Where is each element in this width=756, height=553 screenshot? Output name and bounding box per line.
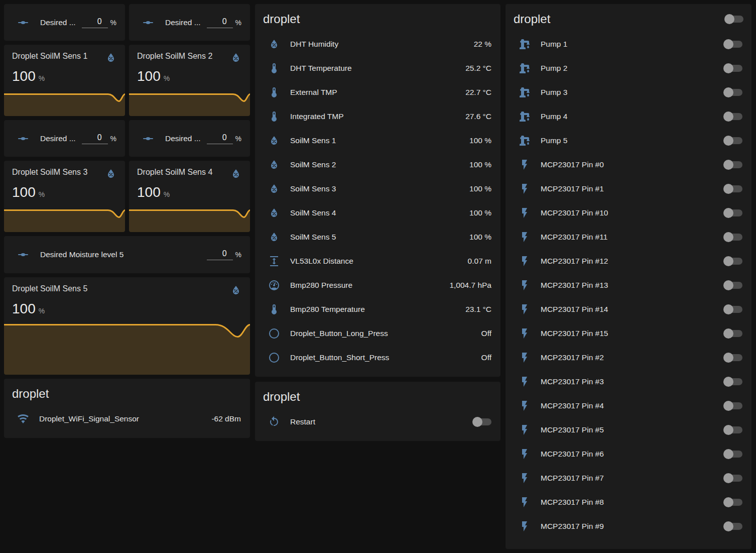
toggle-switch[interactable] — [724, 137, 742, 144]
entity-row[interactable]: Droplet_Button_Long_Press Off — [255, 321, 500, 346]
entity-row[interactable]: SoilM Sens 4 100 % — [255, 201, 500, 225]
toggle-switch[interactable] — [724, 475, 742, 482]
radiobox-blank-icon — [268, 327, 280, 340]
entity-row[interactable]: Bmp280 Pressure 1,004.7 hPa — [255, 273, 500, 297]
input-label: Desired ... — [165, 18, 201, 27]
toggle-switch[interactable] — [724, 402, 742, 409]
switch-row[interactable]: MCP23017 Pin #12 — [506, 249, 751, 273]
entity-row[interactable]: DHT Temperature 25.2 °C — [255, 56, 500, 80]
switch-row[interactable]: Pump 4 — [506, 104, 751, 129]
water-percent-icon — [268, 207, 280, 219]
switch-row[interactable]: MCP23017 Pin #1 — [506, 177, 751, 201]
switch-row[interactable]: MCP23017 Pin #9 — [506, 514, 751, 538]
entity-row[interactable]: SoilM Sens 5 100 % — [255, 225, 500, 249]
switch-row[interactable]: MCP23017 Pin #8 — [506, 490, 751, 514]
switch-row[interactable]: MCP23017 Pin #5 — [506, 418, 751, 442]
entity-name: Restart — [290, 417, 315, 426]
group-toggle-switch[interactable] — [725, 16, 743, 23]
entity-row[interactable]: Integrated TMP 27.6 °C — [255, 104, 500, 129]
switch-row[interactable]: MCP23017 Pin #6 — [506, 442, 751, 466]
sensor-unit: % — [164, 74, 170, 82]
number-input[interactable]: 0 — [207, 17, 233, 28]
entity-name: SoilM Sens 2 — [290, 160, 336, 169]
toggle-switch[interactable] — [724, 234, 742, 241]
toggle-switch[interactable] — [724, 354, 742, 361]
ha-dashboard: Desired ... 0 % Desired ... 0 % Droplet … — [4, 4, 751, 549]
toggle-switch[interactable] — [724, 282, 742, 289]
entity-row[interactable]: VL53L0x Distance 0.07 m — [255, 249, 500, 273]
toggle-switch[interactable] — [724, 41, 742, 48]
toggle-switch[interactable] — [724, 185, 742, 192]
water-percent-icon — [105, 168, 117, 180]
entity-name: MCP23017 Pin #8 — [541, 498, 604, 507]
number-input[interactable]: 0 — [207, 249, 233, 260]
entity-row[interactable]: SoilM Sens 3 100 % — [255, 177, 500, 201]
flash-icon — [519, 303, 531, 315]
entity-row[interactable]: External TMP 22.7 °C — [255, 80, 500, 104]
switch-row[interactable]: Pump 3 — [506, 80, 751, 104]
toggle-switch[interactable] — [473, 418, 491, 425]
toggle-switch[interactable] — [724, 161, 742, 168]
number-input[interactable]: 0 — [82, 17, 108, 28]
toggle-switch[interactable] — [724, 426, 742, 433]
number-input[interactable]: 0 — [82, 133, 108, 144]
toggle-switch[interactable] — [724, 523, 742, 530]
toggle-switch[interactable] — [724, 451, 742, 458]
toggle-switch[interactable] — [724, 113, 742, 120]
history-sparkline — [4, 93, 125, 116]
water-pump-icon — [519, 38, 531, 50]
sensor-unit: % — [39, 307, 45, 315]
sensor-graph-card-2[interactable]: Droplet SoilM Sens 2 100 % — [129, 45, 250, 116]
toggle-switch[interactable] — [724, 89, 742, 96]
toggle-switch[interactable] — [724, 499, 742, 506]
water-percent-icon — [268, 159, 280, 171]
entity-name: External TMP — [290, 88, 337, 97]
switch-row[interactable]: Restart — [255, 410, 500, 434]
toggle-switch[interactable] — [724, 209, 742, 216]
entity-row[interactable]: Droplet_WiFi_Signal_Sensor -62 dBm — [4, 407, 250, 431]
switch-row[interactable]: MCP23017 Pin #11 — [506, 225, 751, 249]
switch-row[interactable]: MCP23017 Pin #4 — [506, 394, 751, 418]
thermometer-icon — [268, 110, 280, 123]
entity-state: 100 % — [469, 184, 491, 193]
switch-row[interactable]: MCP23017 Pin #10 — [506, 201, 751, 225]
sensor-graph-card-4[interactable]: Droplet SoilM Sens 4 100 % — [129, 161, 250, 232]
switch-row[interactable]: MCP23017 Pin #2 — [506, 346, 751, 370]
entity-state: -62 dBm — [211, 414, 241, 423]
switch-row[interactable]: Pump 2 — [506, 56, 751, 80]
switch-row[interactable]: MCP23017 Pin #0 — [506, 153, 751, 177]
toggle-switch[interactable] — [724, 65, 742, 72]
switch-row[interactable]: Pump 5 — [506, 129, 751, 153]
toggle-switch[interactable] — [724, 306, 742, 313]
entity-row[interactable]: DHT Humidity 22 % — [255, 32, 500, 56]
number-input[interactable]: 0 — [207, 133, 233, 144]
slider-icon — [142, 133, 154, 145]
switch-row[interactable]: MCP23017 Pin #13 — [506, 273, 751, 297]
entity-state: 22 % — [474, 40, 491, 49]
toggle-switch[interactable] — [724, 378, 742, 385]
switch-row[interactable]: MCP23017 Pin #15 — [506, 321, 751, 346]
entity-name: MCP23017 Pin #6 — [541, 450, 604, 459]
sensor-graph-card-1[interactable]: Droplet SoilM Sens 1 100 % — [4, 45, 125, 116]
switch-row[interactable]: MCP23017 Pin #7 — [506, 466, 751, 490]
switch-row[interactable]: MCP23017 Pin #3 — [506, 370, 751, 394]
entity-row[interactable]: SoilM Sens 1 100 % — [255, 129, 500, 153]
entity-row[interactable]: Droplet_Button_Short_Press Off — [255, 346, 500, 370]
input-unit: % — [110, 19, 116, 27]
input-label: Desired ... — [165, 134, 201, 143]
switch-row[interactable]: Pump 1 — [506, 32, 751, 56]
entity-row[interactable]: SoilM Sens 2 100 % — [255, 153, 500, 177]
left-column: Desired ... 0 % Desired ... 0 % Droplet … — [4, 4, 250, 438]
input-label: Desired Moisture level 5 — [40, 250, 123, 259]
switch-row[interactable]: MCP23017 Pin #14 — [506, 297, 751, 321]
flash-icon — [519, 496, 531, 508]
sensor-graph-card-5[interactable]: Droplet SoilM Sens 5 100 % — [4, 277, 250, 375]
toggle-switch[interactable] — [724, 258, 742, 265]
toggle-switch[interactable] — [724, 330, 742, 337]
entity-name: MCP23017 Pin #4 — [541, 401, 604, 410]
entity-row[interactable]: Bmp280 Temperature 23.1 °C — [255, 297, 500, 321]
entity-name: MCP23017 Pin #10 — [541, 208, 608, 217]
entity-state: 100 % — [469, 136, 491, 145]
sensor-graph-card-3[interactable]: Droplet SoilM Sens 3 100 % — [4, 161, 125, 232]
input-number-card-5: Desired Moisture level 5 0 % — [4, 236, 250, 273]
